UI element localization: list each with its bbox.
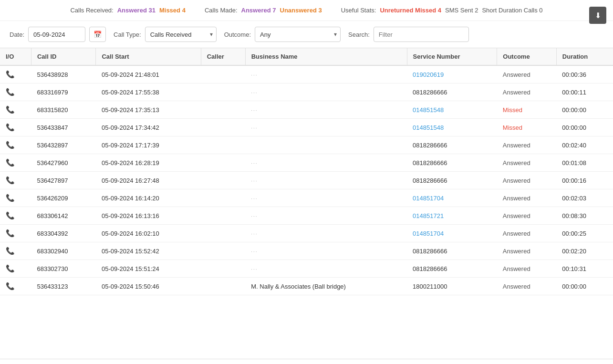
cell-call-id: 536426209 — [31, 189, 96, 207]
incoming-call-icon: 📞 — [6, 229, 15, 237]
cell-service-number: 0818286666 — [407, 172, 497, 189]
incoming-call-icon: 📞 — [6, 282, 15, 290]
cell-call-id: 536438928 — [31, 65, 96, 83]
service-number-link[interactable]: 014851721 — [413, 212, 444, 219]
incoming-call-icon: 📞 — [6, 247, 15, 255]
outcome-value: Answered — [503, 71, 530, 78]
cell-io: 📞 — [0, 278, 31, 295]
cell-business-name: ··· — [245, 172, 407, 189]
cell-outcome: Answered — [497, 225, 557, 242]
cell-io: 📞 — [0, 189, 31, 207]
table-row: 📞68330614205-09-2024 16:13:16···01485172… — [0, 207, 613, 225]
business-name-dots: ··· — [251, 178, 258, 184]
cell-call-id: 683304392 — [31, 225, 96, 242]
table-row: 📞53642789705-09-2024 16:27:48···08182866… — [0, 172, 613, 189]
search-input[interactable] — [374, 27, 469, 42]
cell-io: 📞 — [0, 172, 31, 189]
cell-caller — [201, 65, 245, 83]
incoming-call-icon: 📞 — [6, 176, 15, 184]
incoming-call-icon: 📞 — [6, 70, 15, 78]
table-header-row: I/O Call ID Call Start Caller Business N… — [0, 48, 613, 65]
outcome-value: Answered — [503, 283, 530, 290]
cell-service-number[interactable]: 014851704 — [407, 225, 497, 242]
table-row: 📞53642796005-09-2024 16:28:19···08182866… — [0, 154, 613, 172]
sms-count: SMS Sent 2 — [445, 7, 478, 14]
cell-service-number[interactable]: 014851721 — [407, 207, 497, 225]
call-type-select[interactable]: Calls Received Calls Made All Calls — [145, 27, 217, 42]
table-row: 📞53642620905-09-2024 16:14:20···01485170… — [0, 189, 613, 207]
outcome-select[interactable]: Any Answered Missed Unanswered — [255, 27, 341, 42]
cell-caller — [201, 172, 245, 189]
service-number-link[interactable]: 014851548 — [413, 124, 444, 131]
cell-call-start: 05-09-2024 15:51:24 — [96, 260, 201, 278]
cell-service-number[interactable]: 019020619 — [407, 65, 497, 83]
cell-service-number[interactable]: 014851548 — [407, 101, 497, 119]
col-outcome: Outcome — [497, 48, 557, 65]
cell-call-start: 05-09-2024 17:35:13 — [96, 101, 201, 119]
business-name-dots: ··· — [251, 196, 258, 201]
col-business-name: Business Name — [245, 48, 407, 65]
service-number-link[interactable]: 014851704 — [413, 230, 444, 237]
incoming-call-icon: 📞 — [6, 264, 15, 272]
cell-call-start: 05-09-2024 17:34:42 — [96, 119, 201, 136]
cell-call-id: 683315820 — [31, 101, 96, 119]
cell-caller — [201, 260, 245, 278]
call-type-select-wrapper: Calls Received Calls Made All Calls — [145, 27, 217, 42]
service-number-link[interactable]: 019020619 — [413, 71, 444, 78]
cell-call-id: 683302940 — [31, 242, 96, 260]
download-button[interactable]: ⬇ — [589, 7, 606, 24]
cell-caller — [201, 242, 245, 260]
cell-service-number[interactable]: 014851704 — [407, 189, 497, 207]
date-input[interactable] — [28, 27, 85, 42]
cell-call-id: 683306142 — [31, 207, 96, 225]
business-name-dots: ··· — [251, 267, 258, 272]
cell-io: 📞 — [0, 225, 31, 242]
cell-outcome: Answered — [497, 136, 557, 154]
cell-io: 📞 — [0, 242, 31, 260]
cell-call-start: 05-09-2024 15:52:42 — [96, 242, 201, 260]
col-duration: Duration — [556, 48, 613, 65]
cell-business-name: ··· — [245, 83, 407, 101]
outcome-label: Outcome: — [224, 31, 251, 38]
incoming-call-icon: 📞 — [6, 88, 15, 96]
incoming-call-icon: 📞 — [6, 158, 15, 166]
cell-business-name: ··· — [245, 119, 407, 136]
col-caller: Caller — [201, 48, 245, 65]
cell-call-start: 05-09-2024 15:50:46 — [96, 278, 201, 295]
col-service-number: Service Number — [407, 48, 497, 65]
useful-label: Useful Stats: — [341, 7, 376, 14]
cell-call-id: 536427960 — [31, 154, 96, 172]
business-name-dots: ··· — [251, 90, 258, 95]
cell-caller — [201, 189, 245, 207]
cell-duration: 00:02:03 — [556, 189, 613, 207]
cell-outcome: Answered — [497, 207, 557, 225]
service-number-link[interactable]: 014851548 — [413, 106, 444, 114]
business-name-dots: ··· — [251, 214, 258, 219]
cell-caller — [201, 225, 245, 242]
cell-duration: 00:08:30 — [556, 207, 613, 225]
incoming-call-icon: 📞 — [6, 123, 15, 131]
cell-duration: 00:00:00 — [556, 101, 613, 119]
business-name-dots: ··· — [251, 73, 258, 78]
filter-bar: Date: 📅 Call Type: Calls Received Calls … — [0, 21, 613, 48]
outcome-filter-group: Outcome: Any Answered Missed Unanswered — [224, 27, 341, 42]
cell-business-name: ··· — [245, 242, 407, 260]
outcome-select-wrapper: Any Answered Missed Unanswered — [255, 27, 341, 42]
useful-stats-group: Useful Stats: Unreturned Missed 4 SMS Se… — [341, 7, 543, 14]
calendar-button[interactable]: 📅 — [89, 27, 106, 42]
cell-service-number: 0818286666 — [407, 242, 497, 260]
cell-service-number[interactable]: 014851548 — [407, 119, 497, 136]
business-name-dots: ··· — [251, 231, 258, 237]
service-number-link[interactable]: 014851704 — [413, 195, 444, 202]
outcome-value: Answered — [503, 212, 530, 219]
outcome-value: Answered — [503, 230, 530, 237]
col-call-start: Call Start — [96, 48, 201, 65]
short-count: Short Duration Calls 0 — [482, 7, 542, 14]
cell-call-start: 05-09-2024 17:17:39 — [96, 136, 201, 154]
business-name-dots: ··· — [251, 249, 258, 254]
outcome-value: Missed — [503, 106, 522, 114]
cell-call-id: 536432897 — [31, 136, 96, 154]
horizontal-scrollbar[interactable] — [0, 359, 613, 364]
cell-io: 📞 — [0, 154, 31, 172]
cell-caller — [201, 154, 245, 172]
